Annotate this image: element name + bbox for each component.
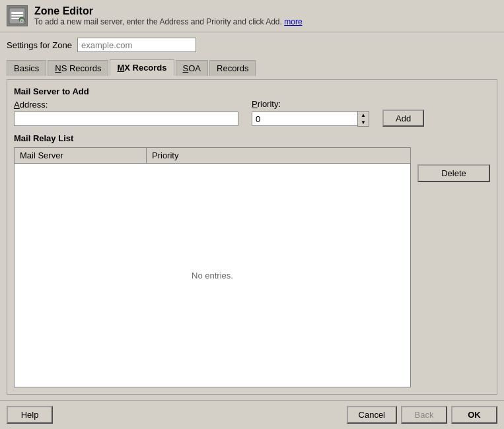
add-button[interactable]: Add xyxy=(382,110,424,127)
svg-rect-2 xyxy=(11,15,23,16)
col-mail-server: Mail Server xyxy=(15,148,147,163)
tab-soa[interactable]: SOA xyxy=(176,60,208,76)
back-button[interactable]: Back xyxy=(401,406,447,424)
ok-button[interactable]: OK xyxy=(451,406,497,424)
mail-server-section: Mail Server to Add Address: Priority: xyxy=(14,86,490,127)
mail-server-form: Address: Priority: ▲ ▼ xyxy=(14,99,490,127)
footer-right: Cancel Back OK xyxy=(347,406,497,424)
zone-input[interactable] xyxy=(77,38,196,52)
priority-wrapper: ▲ ▼ xyxy=(252,111,369,127)
mail-relay-title: Mail Relay List xyxy=(14,133,490,143)
window-title: Zone Editor xyxy=(34,5,303,17)
content-area: Settings for Zone Basics NS Records MX R… xyxy=(0,32,504,400)
col-priority: Priority xyxy=(147,148,410,163)
priority-spinner: ▲ ▼ xyxy=(357,111,369,127)
main-panel: Mail Server to Add Address: Priority: xyxy=(7,79,497,395)
more-link[interactable]: more xyxy=(284,17,302,26)
table-header: Mail Server Priority xyxy=(15,148,410,164)
priority-label: Priority: xyxy=(252,99,369,109)
svg-text:@: @ xyxy=(20,18,24,23)
app-icon: @ xyxy=(7,5,28,26)
address-label: Address: xyxy=(14,100,238,110)
title-text-block: Zone Editor To add a new mail server, en… xyxy=(34,5,303,26)
priority-group: Priority: ▲ ▼ xyxy=(252,99,369,127)
address-group: Address: xyxy=(14,100,238,126)
priority-input[interactable] xyxy=(252,112,357,126)
zone-editor-window: @ Zone Editor To add a new mail server, … xyxy=(0,0,504,429)
tab-basics[interactable]: Basics xyxy=(7,60,46,76)
help-button[interactable]: Help xyxy=(7,406,53,424)
mail-relay-table: Mail Server Priority No entries. xyxy=(14,147,411,387)
svg-rect-3 xyxy=(11,18,19,19)
table-body: No entries. xyxy=(15,164,410,387)
mail-relay-section: Mail Relay List Mail Server Priority No … xyxy=(14,133,490,387)
tab-records[interactable]: Records xyxy=(209,60,256,76)
priority-down-button[interactable]: ▼ xyxy=(358,119,369,126)
settings-label: Settings for Zone xyxy=(7,40,72,50)
address-input[interactable] xyxy=(14,112,238,126)
mail-server-title: Mail Server to Add xyxy=(14,86,490,96)
tab-mx-records[interactable]: MX Records xyxy=(110,59,174,76)
tabs-row: Basics NS Records MX Records SOA Records xyxy=(7,59,497,75)
no-entries-label: No entries. xyxy=(192,271,233,280)
delete-button[interactable]: Delete xyxy=(417,164,490,182)
cancel-button[interactable]: Cancel xyxy=(347,406,397,424)
side-buttons: Delete xyxy=(417,147,490,387)
relay-row: Mail Server Priority No entries. Delete xyxy=(14,147,490,387)
tab-ns-records[interactable]: NS Records xyxy=(48,60,108,76)
window-subtitle: To add a new mail server, enter the Addr… xyxy=(34,17,303,26)
settings-row: Settings for Zone xyxy=(7,38,497,52)
footer: Help Cancel Back OK xyxy=(0,400,504,429)
title-bar: @ Zone Editor To add a new mail server, … xyxy=(0,0,504,32)
priority-up-button[interactable]: ▲ xyxy=(358,112,369,119)
svg-rect-1 xyxy=(11,12,23,14)
